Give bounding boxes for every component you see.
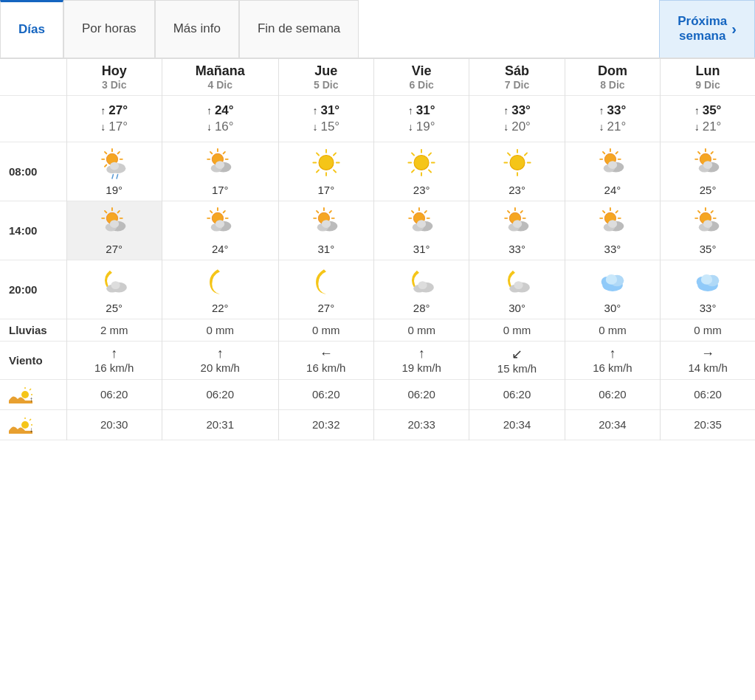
svg-point-83 [216,220,224,228]
viento-sab: ↙ 15 km/h [469,341,565,379]
tab-por-horas[interactable]: Por horas [63,0,155,58]
lluvia-jue: 0 mm [278,319,373,341]
row-lluvias: Lluvias 2 mm 0 mm 0 mm 0 mm 0 mm 0 mm 0 … [0,319,755,341]
lluvia-hoy: 2 mm [66,319,162,341]
svg-line-61 [698,152,700,153]
svg-line-89 [329,211,331,212]
lluvia-vie: 0 mm [373,319,469,341]
svg-line-80 [224,211,225,212]
svg-line-18 [210,152,212,153]
day-col-manana: Mañana 4 Dic [162,59,278,96]
weather-2000-vie: 28° [373,260,469,319]
tab-proxima-semana[interactable]: Próximasemana › [659,0,755,58]
weather-1400-dom: 33° [565,201,660,260]
weather-0800-jue: 17° [278,142,373,201]
row-0800: 08:00 [0,142,755,201]
svg-line-46 [508,153,510,155]
svg-line-31 [317,170,319,172]
viento-vie: ↑ 19 km/h [373,341,469,379]
sunrise-hoy: 06:20 [66,379,162,409]
svg-line-8 [105,164,106,166]
sunset-hoy: 20:30 [66,409,162,440]
weather-0800-lun: 25° [661,142,755,201]
weather-2000-hoy: 25° [66,260,162,319]
svg-line-7 [117,152,119,153]
sunset-manana: 20:31 [162,409,278,440]
day-col-dom: Dom 8 Dic [565,59,660,96]
sunset-vie: 20:33 [373,409,469,440]
svg-line-153 [30,419,31,420]
svg-line-29 [334,170,336,172]
svg-line-52 [603,152,604,153]
svg-text:↓: ↓ [30,426,32,434]
svg-line-125 [711,211,713,212]
svg-line-38 [429,170,431,172]
svg-line-107 [520,211,522,212]
svg-line-13 [117,174,118,178]
temp-hoy: ↑27° ↓17° [66,95,162,142]
lluvia-sab: 0 mm [469,319,565,341]
weather-1400-manana: 24° [162,201,278,260]
svg-line-116 [616,211,618,212]
weather-2000-dom: 30° [565,260,660,319]
weather-2000-jue: 27° [278,260,373,319]
sunrise-lun: 06:20 [661,379,755,409]
lluvia-lun: 0 mm [661,319,755,341]
svg-line-62 [711,152,713,153]
svg-line-98 [425,211,427,212]
viento-manana: ↑ 20 km/h [162,341,278,379]
day-col-sab: Sáb 7 Dic [469,59,565,96]
svg-point-32 [414,155,429,170]
svg-line-19 [224,152,225,153]
temp-manana: ↑24° ↓16° [162,95,278,142]
svg-point-141 [606,274,617,285]
weather-0800-manana: 17° [162,142,278,201]
svg-line-70 [105,211,106,212]
lluvia-dom: 0 mm [565,319,660,341]
temp-row: ↑27° ↓17° ↑24° ↓16° ↑31° ↓15° ↑31° [0,95,755,142]
weather-1400-jue: 31° [278,201,373,260]
tab-dias[interactable]: Días [0,0,63,58]
temp-label [0,95,66,142]
svg-line-79 [210,211,212,212]
temp-sab: ↑33° ↓20° [469,95,565,142]
tab-fin-de-semana[interactable]: Fin de semana [239,0,359,58]
tab-mas-info[interactable]: Más info [155,0,239,58]
viento-label: Viento [0,341,66,379]
weather-0800-hoy: 19° [66,142,162,201]
weather-1400-hoy: 27° [66,201,162,260]
svg-line-148 [30,389,31,390]
proxima-semana-chevron: › [731,20,737,38]
svg-line-37 [412,153,414,155]
svg-point-110 [512,220,521,228]
svg-text:↑: ↑ [30,395,32,403]
weather-2000-sab: 30° [469,260,565,319]
svg-line-124 [698,211,700,212]
sunrise-label: ↑ [0,379,66,409]
lluvia-manana: 0 mm [162,319,278,341]
svg-point-22 [216,161,224,169]
svg-point-11 [110,162,119,170]
viento-lun: → 14 km/h [661,341,755,379]
temp-vie: ↑31° ↓19° [373,95,469,142]
sunrise-manana: 06:20 [162,379,278,409]
label-1400: 14:00 [0,201,66,260]
svg-line-30 [334,153,336,155]
row-sunrise: ↑ 06:20 06:20 06:20 06:20 06:20 06:20 06… [0,379,755,409]
weather-0800-vie: 23° [373,142,469,201]
svg-line-5 [105,152,106,153]
temp-jue: ↑31° ↓15° [278,95,373,142]
temp-lun: ↑35° ↓21° [661,95,755,142]
sunrise-jue: 06:20 [278,379,373,409]
sunset-lun: 20:35 [661,409,755,440]
sunset-label: ↓ [0,409,66,440]
weather-0800-sab: 23° [469,142,565,201]
svg-point-146 [21,391,29,398]
svg-point-92 [322,220,331,228]
label-0800: 08:00 [0,142,66,201]
svg-point-119 [608,220,617,228]
viento-hoy: ↑ 16 km/h [66,341,162,379]
svg-line-28 [317,153,319,155]
weather-1400-vie: 31° [373,201,469,260]
sunset-sab: 20:34 [469,409,565,440]
